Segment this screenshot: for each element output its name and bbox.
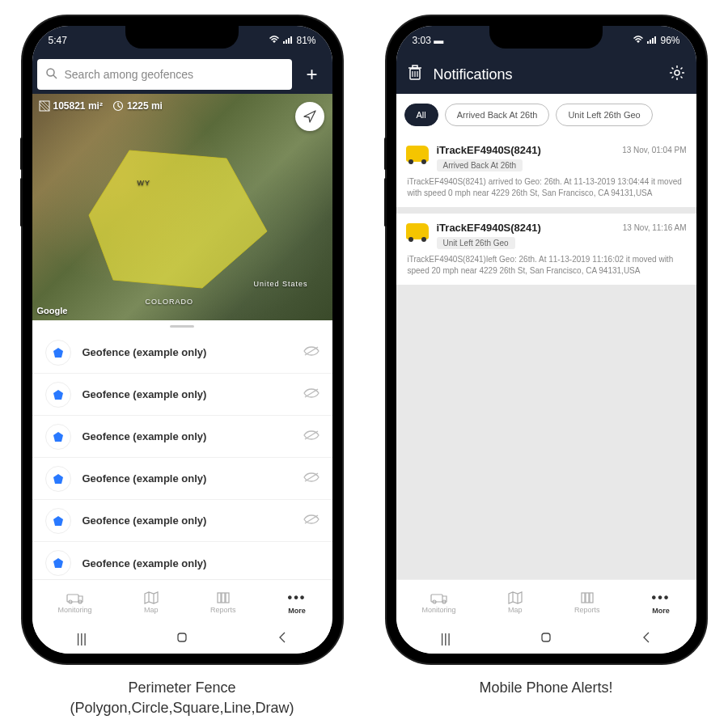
list-item[interactable]: iTrackEF4940S(8241)13 Nov, 11:16 AM Unit… bbox=[396, 214, 696, 285]
nav-back-icon[interactable] bbox=[641, 631, 651, 647]
filter-left[interactable]: Unit Left 26th Geo bbox=[556, 104, 652, 126]
nav-home-icon[interactable] bbox=[540, 631, 552, 647]
notifications-header: Notifications bbox=[396, 55, 696, 94]
notif-tag: Arrived Back At 26th bbox=[437, 159, 523, 171]
svg-rect-3 bbox=[290, 36, 292, 44]
svg-line-9 bbox=[43, 101, 49, 108]
visibility-toggle-icon[interactable] bbox=[303, 472, 320, 486]
map-label-wy: WY bbox=[138, 179, 151, 187]
status-time: 5:47 bbox=[49, 35, 67, 46]
svg-rect-0 bbox=[283, 41, 285, 44]
geofence-list[interactable]: Geofence (example only) Geofence (exampl… bbox=[32, 332, 332, 579]
map-view[interactable]: 105821 mi² 1225 mi WY United States COLO… bbox=[32, 94, 332, 320]
svg-rect-32 bbox=[647, 41, 649, 44]
page-title: Notifications bbox=[434, 66, 658, 83]
tab-bar: Monitoring Map Reports •••More bbox=[396, 579, 696, 624]
phone-geofence: 5:47 81% Search among geofences + bbox=[23, 16, 342, 663]
svg-rect-34 bbox=[652, 38, 654, 44]
add-geofence-button[interactable]: + bbox=[297, 59, 328, 90]
svg-rect-1 bbox=[286, 40, 287, 44]
svg-marker-14 bbox=[53, 348, 63, 358]
filter-row: All Arrived Back At 26th Unit Left 26th … bbox=[396, 94, 696, 136]
notif-time: 13 Nov, 11:16 AM bbox=[623, 223, 687, 232]
map-label-us: United States bbox=[253, 280, 307, 288]
notif-time: 13 Nov, 01:04 PM bbox=[622, 146, 686, 154]
list-item[interactable]: Geofence (example only) bbox=[32, 374, 332, 416]
list-item[interactable]: iTrackEF4940S(8241)13 Nov, 01:04 PM Arri… bbox=[396, 136, 696, 207]
svg-rect-29 bbox=[222, 593, 225, 603]
notification-list[interactable]: iTrackEF4940S(8241)13 Nov, 01:04 PM Arri… bbox=[396, 136, 696, 579]
svg-line-8 bbox=[40, 104, 46, 111]
wifi-icon bbox=[269, 35, 280, 46]
android-nav-bar: ||| bbox=[32, 624, 332, 654]
status-battery: 81% bbox=[296, 35, 315, 46]
list-item[interactable]: Geofence (example only) bbox=[32, 542, 332, 579]
tab-map[interactable]: Map bbox=[144, 591, 159, 614]
search-input[interactable]: Search among geofences bbox=[37, 59, 292, 90]
nav-recents-icon[interactable]: ||| bbox=[77, 632, 87, 646]
delete-icon[interactable] bbox=[408, 65, 422, 84]
wifi-icon bbox=[633, 35, 644, 46]
svg-marker-18 bbox=[53, 432, 63, 442]
visibility-toggle-icon[interactable] bbox=[303, 514, 320, 528]
polygon-icon bbox=[52, 430, 65, 443]
svg-line-12 bbox=[118, 106, 121, 108]
tab-monitoring[interactable]: Monitoring bbox=[58, 591, 92, 614]
filter-all[interactable]: All bbox=[404, 104, 438, 126]
map-attribution: Google bbox=[37, 306, 68, 315]
signal-icon bbox=[283, 35, 293, 46]
tab-more[interactable]: •••More bbox=[288, 590, 307, 615]
status-battery: 96% bbox=[660, 35, 679, 46]
svg-rect-30 bbox=[226, 593, 229, 603]
polygon-icon bbox=[52, 557, 65, 569]
svg-marker-13 bbox=[89, 150, 267, 288]
polygon-icon bbox=[52, 472, 65, 485]
phone-notch bbox=[125, 26, 239, 49]
phone-notifications: 3:03 ▬ 96% Notifications All Arrived Bac… bbox=[387, 16, 706, 663]
list-item[interactable]: Geofence (example only) bbox=[32, 332, 332, 374]
map-perimeter-value: 1225 mi bbox=[127, 100, 163, 112]
svg-rect-48 bbox=[590, 593, 593, 603]
svg-marker-20 bbox=[53, 474, 63, 484]
tab-bar: Monitoring Map Reports •••More bbox=[32, 579, 332, 624]
visibility-toggle-icon[interactable] bbox=[303, 430, 320, 444]
filter-arrived[interactable]: Arrived Back At 26th bbox=[445, 104, 550, 126]
tab-reports[interactable]: Reports bbox=[574, 591, 600, 614]
notif-name: iTrackEF4940S(8241) bbox=[437, 144, 541, 156]
vehicle-icon bbox=[406, 146, 429, 162]
map-label-co: COLORADO bbox=[146, 298, 194, 306]
nav-home-icon[interactable] bbox=[176, 631, 188, 647]
sheet-handle[interactable] bbox=[32, 320, 332, 332]
svg-rect-35 bbox=[654, 36, 656, 44]
svg-marker-16 bbox=[53, 390, 63, 400]
android-nav-bar: ||| bbox=[396, 624, 696, 654]
svg-rect-46 bbox=[582, 593, 585, 603]
area-icon bbox=[39, 100, 50, 112]
tab-reports[interactable]: Reports bbox=[210, 591, 236, 614]
geofence-polygon[interactable] bbox=[65, 134, 275, 296]
svg-rect-2 bbox=[288, 38, 290, 44]
tab-more[interactable]: •••More bbox=[652, 590, 671, 615]
svg-rect-33 bbox=[650, 40, 651, 44]
notif-tag: Unit Left 26th Geo bbox=[437, 237, 515, 249]
notif-body: iTrackEF4940S(8241)left Geo: 26th. At 11… bbox=[406, 254, 687, 277]
nav-recents-icon[interactable]: ||| bbox=[441, 632, 451, 646]
my-location-button[interactable] bbox=[295, 102, 324, 131]
polygon-icon bbox=[52, 514, 65, 527]
list-item[interactable]: Geofence (example only) bbox=[32, 458, 332, 500]
list-item[interactable]: Geofence (example only) bbox=[32, 416, 332, 458]
gear-icon[interactable] bbox=[669, 65, 685, 84]
caption-left: Perimeter Fence (Polygon,Circle,Square,L… bbox=[70, 678, 294, 718]
list-item[interactable]: Geofence (example only) bbox=[32, 500, 332, 542]
signal-icon bbox=[647, 35, 657, 46]
svg-rect-28 bbox=[218, 593, 221, 603]
notif-body: iTrackEF4940S(8241) arrived to Geo: 26th… bbox=[406, 176, 687, 199]
visibility-toggle-icon[interactable] bbox=[303, 387, 320, 402]
tab-map[interactable]: Map bbox=[508, 591, 523, 614]
visibility-toggle-icon[interactable] bbox=[303, 345, 320, 360]
search-placeholder: Search among geofences bbox=[65, 68, 194, 81]
svg-rect-31 bbox=[178, 633, 186, 641]
tab-monitoring[interactable]: Monitoring bbox=[422, 591, 456, 614]
nav-back-icon[interactable] bbox=[277, 631, 287, 647]
svg-rect-41 bbox=[413, 66, 417, 68]
